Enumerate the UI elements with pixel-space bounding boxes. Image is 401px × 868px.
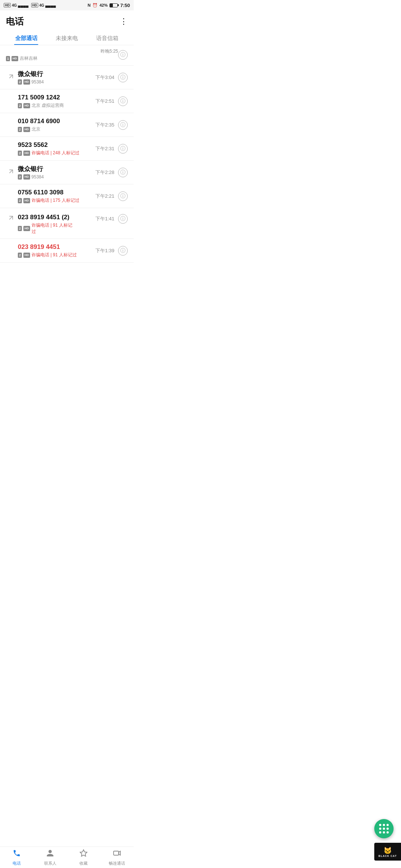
info-button[interactable]: ⓘ [118,168,128,177]
sim-badge: 2 [18,226,22,231]
sim-badge: 2 [18,127,22,132]
sim-badge: 2 [18,198,22,203]
call-info: 023 8919 4451 (2) 2 HD 诈骗电话 | 91 人标记过 [18,213,95,235]
tab-all-calls[interactable]: 全部通话 [6,31,46,45]
call-direction-icon [6,168,16,177]
info-button[interactable]: ⓘ [118,214,128,224]
list-item[interactable]: 023 8919 4451 (2) 2 HD 诈骗电话 | 91 人标记过 下午… [0,208,134,239]
more-menu-icon[interactable]: ⋮ [120,17,128,26]
call-time: 下午1:39 [95,247,114,254]
fraud-label: 诈骗电话 | 175 人标记过 [32,197,79,204]
call-number: 95384 [32,174,44,180]
call-list: 昨晚5:25 1 HD 吉林吉林 ⓘ 微众银行 2 HD [0,46,134,263]
status-right: N ⏰ 42% 7:50 [88,3,130,8]
list-item[interactable]: 微众银行 2 HD 95384 下午2:28 ⓘ [0,161,134,184]
call-name: 023 8919 4451 (2) [18,213,95,221]
call-right: 下午2:35 ⓘ [95,120,128,130]
call-sub: 2 HD 北京 虚拟运营商 [18,102,95,109]
outgoing-arrow-icon [7,168,15,177]
hd-badge: HD [23,127,30,132]
call-name: 微众银行 [18,70,95,78]
tab-voicemail[interactable]: 语音信箱 [87,31,128,45]
call-info: 023 8919 4451 2 HD 诈骗电话 | 91 人标记过 [18,243,95,258]
call-right: 下午1:39 ⓘ [95,246,128,256]
call-name: 010 8714 6900 [18,117,95,125]
hd-badge: HD [23,79,30,85]
call-location: 北京 [32,126,40,132]
call-time: 下午3:04 [95,74,114,81]
partial-time: 昨晚5:25 [101,49,118,54]
fraud-label: 诈骗电话 | 91 人标记过 [32,252,77,258]
call-right: 下午2:31 ⓘ [95,144,128,154]
list-item[interactable]: 9523 5562 2 HD 诈骗电话 | 248 人标记过 下午2:31 ⓘ [0,137,134,161]
call-info: 171 5009 1242 2 HD 北京 虚拟运营商 [18,93,95,109]
sim-badge: 2 [18,151,22,156]
app-title: 电话 [6,16,24,27]
list-item[interactable]: 0755 6110 3098 2 HD 诈骗电话 | 175 人标记过 下午2:… [0,184,134,208]
call-name: 9523 5562 [18,141,95,149]
info-button[interactable]: ⓘ [118,246,128,256]
battery-fill [110,4,113,7]
list-item[interactable]: 昨晚5:25 1 HD 吉林吉林 ⓘ [0,46,134,66]
hd-badge: HD [23,253,30,258]
call-sub-partial: 1 HD 吉林吉林 [6,55,118,62]
info-button[interactable]: ⓘ [118,50,128,60]
battery-tip [118,4,119,6]
call-info: 微众银行 2 HD 95384 [18,70,95,84]
hd1-badge: HD [4,3,11,7]
sim-badge: 2 [18,174,22,180]
battery-percent: 42% [100,3,108,7]
tab-missed-calls[interactable]: 未接来电 [46,31,87,45]
call-right: 下午1:41 ⓘ [95,214,128,224]
call-info: 9523 5562 2 HD 诈骗电话 | 248 人标记过 [18,141,95,156]
app-bar: 电话 ⋮ [0,10,134,31]
battery-icon [110,3,118,7]
info-button[interactable]: ⓘ [118,96,128,106]
sim-badge: 2 [18,253,22,258]
call-sub: 2 HD 95384 [18,79,95,85]
signal-bars1: ▄▄▄▄ [18,3,28,7]
tab-bar: 全部通话 未接来电 语音信箱 [0,31,134,45]
call-right-partial: ⓘ [118,50,128,60]
call-info: 010 8714 6900 2 HD 北京 [18,117,95,132]
info-button[interactable]: ⓘ [118,73,128,82]
call-direction-icon [6,73,16,82]
info-button[interactable]: ⓘ [118,120,128,130]
call-location: 吉林吉林 [20,55,38,62]
call-right: 下午3:04 ⓘ [95,73,128,82]
signal-bars2: ▄▄▄▄ [45,3,56,7]
hd-badge: HD [23,226,30,231]
call-info: 微众银行 2 HD 95384 [18,165,95,179]
alarm-icon: ⏰ [92,3,98,8]
list-item[interactable]: 023 8919 4451 2 HD 诈骗电话 | 91 人标记过 下午1:39… [0,239,134,263]
list-item[interactable]: 010 8714 6900 2 HD 北京 下午2:35 ⓘ [0,113,134,137]
call-info-partial: 昨晚5:25 1 HD 吉林吉林 [6,48,118,62]
list-item[interactable]: 171 5009 1242 2 HD 北京 虚拟运营商 下午2:51 ⓘ [0,89,134,113]
info-button[interactable]: ⓘ [118,191,128,201]
info-button[interactable]: ⓘ [118,144,128,154]
call-sub: 2 HD 诈骗电话 | 175 人标记过 [18,197,95,204]
call-name: 微众银行 [18,165,95,173]
call-info: 0755 6110 3098 2 HD 诈骗电话 | 175 人标记过 [18,188,95,204]
call-sub: 2 HD 诈骗电话 | 248 人标记过 [18,150,95,156]
hd2-badge: HD [31,3,38,7]
list-item[interactable]: 微众银行 2 HD 95384 下午3:04 ⓘ [0,66,134,89]
outgoing-arrow-icon [7,73,15,82]
status-left: HD 4G ▄▄▄▄ HD 4G ▄▄▄▄ [4,3,56,7]
network-4g2: 4G [39,3,44,7]
fraud-label: 诈骗电话 | 248 人标记过 [32,150,79,156]
call-time: 下午1:41 [95,216,114,222]
sim-badge: 1 [6,56,10,61]
call-name: 0755 6110 3098 [18,188,95,197]
call-direction-icon [6,214,16,223]
call-sub: 2 HD 诈骗电话 | 91 人标记过 [18,222,95,235]
hd-badge: HD [12,56,18,61]
outgoing-arrow-icon [7,214,15,223]
time-display: 7:50 [120,3,130,8]
call-location: 北京 虚拟运营商 [32,102,64,109]
call-time: 下午2:28 [95,169,114,176]
nfc-icon: N [88,3,91,7]
call-name: 023 8919 4451 [18,243,95,251]
call-sub: 2 HD 诈骗电话 | 91 人标记过 [18,252,95,258]
network-4g1: 4G [12,3,17,7]
